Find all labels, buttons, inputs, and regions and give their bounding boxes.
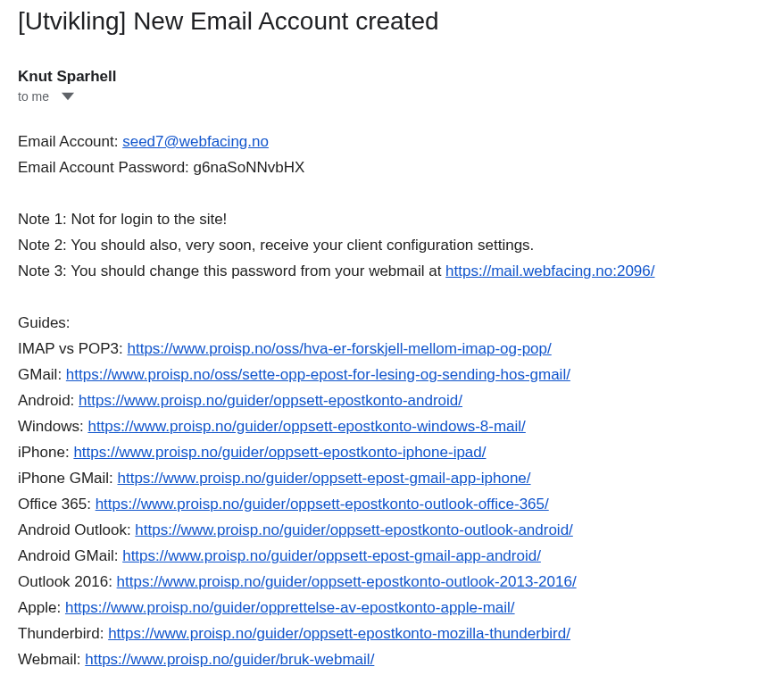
email-account-label: Email Account:: [18, 133, 122, 150]
guide-row: iPhone GMail: https://www.proisp.no/guid…: [18, 465, 764, 491]
guides-list: IMAP vs POP3: https://www.proisp.no/oss/…: [18, 336, 764, 672]
guide-label: Android GMail:: [18, 547, 122, 564]
sender-name: Knut Sparhell: [18, 68, 117, 85]
sender-row: Knut Sparhell: [18, 68, 764, 86]
guide-label: Outlook 2016:: [18, 573, 117, 590]
email-password-value: g6naSoNNvbHX: [194, 159, 305, 176]
recipients-row: to me: [18, 88, 764, 105]
guide-link[interactable]: https://www.proisp.no/guider/oppsett-epo…: [118, 470, 531, 487]
guide-link[interactable]: https://www.proisp.no/guider/oppsett-epo…: [96, 496, 549, 512]
guide-label: iPhone:: [18, 444, 73, 461]
guide-link[interactable]: https://www.proisp.no/guider/oppsett-epo…: [108, 625, 570, 642]
guide-row: iPhone: https://www.proisp.no/guider/opp…: [18, 439, 764, 465]
guide-link[interactable]: https://www.proisp.no/guider/oppsett-epo…: [79, 392, 462, 409]
guide-row: Webmail: https://www.proisp.no/guider/br…: [18, 646, 764, 672]
guide-link[interactable]: https://www.proisp.no/guider/oppsett-epo…: [135, 521, 572, 538]
email-password-label: Email Account Password:: [18, 159, 194, 176]
guide-label: GMail:: [18, 366, 66, 383]
guides-header: Guides:: [18, 310, 764, 336]
email-subject: [Utvikling] New Email Account created: [18, 7, 764, 36]
guide-link[interactable]: https://www.proisp.no/oss/hva-er-forskje…: [128, 340, 552, 357]
guide-label: Thunderbird:: [18, 625, 108, 642]
guide-link[interactable]: https://www.proisp.no/guider/oppsett-epo…: [87, 418, 525, 435]
guide-row: Office 365: https://www.proisp.no/guider…: [18, 491, 764, 517]
guide-row: Windows: https://www.proisp.no/guider/op…: [18, 413, 764, 439]
note-3-prefix: Note 3: You should change this password …: [18, 262, 445, 279]
guide-label: Office 365:: [18, 496, 96, 512]
webmail-link[interactable]: https://mail.webfacing.no:2096/: [445, 262, 654, 279]
guide-label: Windows:: [18, 418, 87, 435]
email-account-link[interactable]: seed7@webfacing.no: [122, 133, 269, 150]
note-2: Note 2: You should also, very soon, rece…: [18, 232, 764, 258]
note-3: Note 3: You should change this password …: [18, 258, 764, 284]
chevron-down-icon: [62, 89, 74, 104]
guide-label: IMAP vs POP3:: [18, 340, 128, 357]
guide-row: Thunderbird: https://www.proisp.no/guide…: [18, 621, 764, 646]
guide-link[interactable]: https://www.proisp.no/guider/oppsett-epo…: [122, 547, 541, 564]
guide-row: Android Outlook: https://www.proisp.no/g…: [18, 517, 764, 543]
guide-label: Apple:: [18, 599, 65, 616]
email-account-line: Email Account: seed7@webfacing.no: [18, 129, 764, 154]
guide-link[interactable]: https://www.proisp.no/guider/oppsett-epo…: [73, 444, 486, 461]
guide-label: Android:: [18, 392, 79, 409]
show-details-button[interactable]: [60, 88, 76, 105]
guide-row: Android GMail: https://www.proisp.no/gui…: [18, 543, 764, 569]
guide-link[interactable]: https://www.proisp.no/oss/sette-opp-epos…: [66, 366, 570, 383]
guide-row: GMail: https://www.proisp.no/oss/sette-o…: [18, 362, 764, 388]
guide-row: Outlook 2016: https://www.proisp.no/guid…: [18, 569, 764, 595]
email-password-line: Email Account Password: g6naSoNNvbHX: [18, 154, 764, 180]
guide-label: iPhone GMail:: [18, 470, 118, 487]
recipients-label: to me: [18, 89, 49, 104]
guide-row: Android: https://www.proisp.no/guider/op…: [18, 388, 764, 413]
guide-row: IMAP vs POP3: https://www.proisp.no/oss/…: [18, 336, 764, 362]
guide-link[interactable]: https://www.proisp.no/guider/opprettelse…: [65, 599, 515, 616]
guide-label: Android Outlook:: [18, 521, 135, 538]
note-1: Note 1: Not for login to the site!: [18, 206, 764, 232]
guide-link[interactable]: https://www.proisp.no/guider/bruk-webmai…: [85, 651, 374, 668]
guide-link[interactable]: https://www.proisp.no/guider/oppsett-epo…: [117, 573, 577, 590]
guide-label: Webmail:: [18, 651, 85, 668]
guide-row: Apple: https://www.proisp.no/guider/oppr…: [18, 595, 764, 621]
